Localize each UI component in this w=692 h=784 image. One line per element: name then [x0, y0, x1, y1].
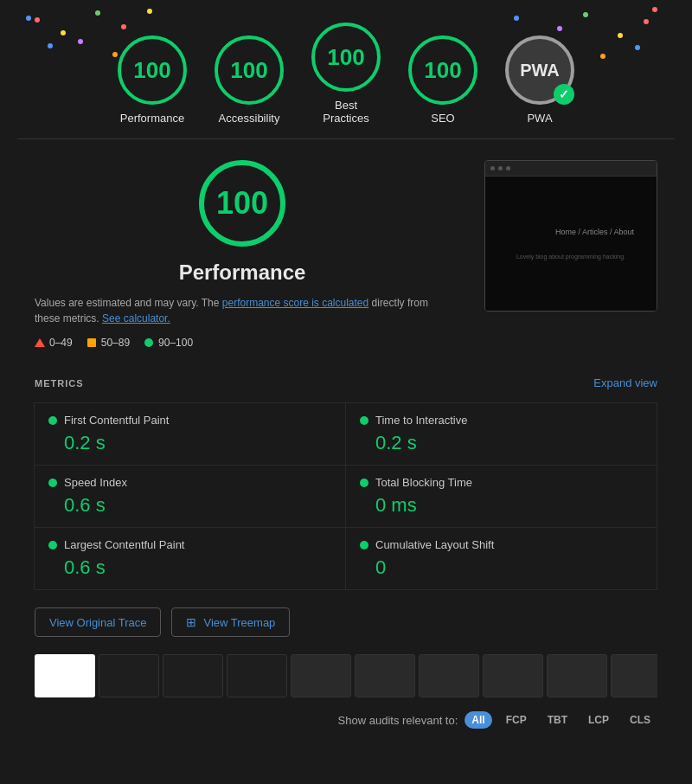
- filmstrip: [35, 654, 657, 697]
- pwa-text: PWA: [520, 61, 560, 79]
- metric-item-si: Speed Index 0.6 s: [34, 465, 346, 528]
- metric-value-cls: 0: [360, 556, 643, 579]
- audit-filter-row: Show audits relevant to: All FCP TBT LCP…: [35, 704, 657, 736]
- fail-icon: [35, 337, 45, 348]
- legend-pass-label: 90–100: [158, 337, 193, 349]
- filter-btn-tbt[interactable]: TBT: [541, 711, 574, 729]
- filmstrip-frame-0: [35, 654, 95, 697]
- metric-item-fcp: First Contentful Paint 0.2 s: [34, 402, 346, 466]
- score-circle-pwa: PWA ✓: [505, 35, 574, 105]
- metric-label-si: Speed Index: [64, 476, 127, 489]
- treemap-icon: ⊞: [186, 615, 196, 629]
- preview-browser-bar: [485, 161, 657, 177]
- score-item-pwa: PWA ✓ PWA: [505, 35, 574, 125]
- score-label-best-practices: BestPractices: [323, 99, 368, 125]
- score-value-seo: 100: [424, 57, 461, 84]
- site-preview-container: Home / Articles / About Lovely blog abou…: [484, 160, 657, 349]
- score-label-accessibility: Accessibility: [219, 112, 280, 125]
- browser-dot-3: [506, 166, 510, 170]
- average-square: [87, 338, 96, 347]
- site-preview: Home / Articles / About Lovely blog abou…: [484, 160, 657, 312]
- metrics-grid: First Contentful Paint 0.2 s Time to Int…: [35, 403, 657, 590]
- score-label-pwa: PWA: [527, 112, 552, 125]
- audit-filter-label: Show audits relevant to:: [338, 714, 458, 727]
- preview-content: Home / Articles / About Lovely blog abou…: [485, 177, 657, 311]
- metric-value-tbt: 0 ms: [360, 494, 643, 517]
- performance-section: 100 Performance Values are estimated and…: [35, 160, 657, 349]
- expand-view-button[interactable]: Expand view: [593, 376, 657, 389]
- metrics-section-label: METRICS: [35, 378, 84, 389]
- performance-description: Values are estimated and may vary. The p…: [35, 295, 450, 326]
- metric-label-cls: Cumulative Layout Shift: [375, 538, 494, 551]
- view-trace-button[interactable]: View Original Trace: [35, 607, 161, 637]
- metric-name-cls: Cumulative Layout Shift: [360, 538, 643, 551]
- browser-dot-1: [490, 166, 495, 170]
- score-legend: 0–49 50–89 90–100: [35, 337, 450, 349]
- metric-name-tti: Time to Interactive: [360, 414, 643, 427]
- view-trace-label: View Original Trace: [49, 616, 146, 629]
- score-label-performance: Performance: [120, 112, 184, 125]
- performance-title: Performance: [35, 260, 450, 285]
- filter-btn-all[interactable]: All: [465, 711, 491, 729]
- metric-item-tti: Time to Interactive 0.2 s: [345, 402, 657, 466]
- filter-btn-cls[interactable]: CLS: [623, 711, 657, 729]
- filmstrip-frame-9: [611, 654, 657, 697]
- metric-item-lcp: Largest Contentful Paint 0.6 s: [34, 527, 346, 590]
- view-treemap-label: View Treemap: [203, 616, 275, 629]
- score-value-performance: 100: [133, 57, 170, 84]
- filmstrip-frame-4: [291, 654, 351, 697]
- score-item-performance: 100 Performance: [118, 35, 187, 125]
- preview-site-text: Home / Articles / About Lovely blog abou…: [499, 228, 643, 260]
- metric-value-si: 0.6 s: [48, 494, 331, 517]
- main-content: 100 Performance Values are estimated and…: [0, 139, 692, 756]
- score-circle-best-practices: 100: [311, 22, 381, 92]
- filmstrip-frame-8: [547, 654, 607, 697]
- legend-average-label: 50–89: [101, 337, 130, 349]
- metric-item-cls: Cumulative Layout Shift 0: [345, 527, 657, 590]
- score-value-accessibility: 100: [230, 57, 267, 84]
- filter-btn-fcp[interactable]: FCP: [499, 711, 534, 729]
- view-treemap-button[interactable]: ⊞ View Treemap: [171, 607, 290, 637]
- action-buttons: View Original Trace ⊞ View Treemap: [35, 607, 657, 637]
- score-item-seo: 100 SEO: [408, 35, 477, 125]
- score-value-best-practices: 100: [327, 44, 364, 71]
- metric-dot-cls: [360, 541, 368, 549]
- metric-label-tti: Time to Interactive: [375, 414, 467, 427]
- metric-value-fcp: 0.2 s: [48, 432, 331, 454]
- pass-circle: [144, 338, 153, 347]
- filmstrip-frame-3: [227, 654, 287, 697]
- see-calculator-link[interactable]: See calculator.: [102, 312, 170, 325]
- legend-fail: 0–49: [35, 337, 73, 349]
- performance-score-large: 100: [199, 160, 285, 247]
- perf-score-link[interactable]: performance score is calculated: [222, 297, 368, 309]
- metric-name-tbt: Total Blocking Time: [360, 476, 643, 489]
- score-circle-seo: 100: [408, 35, 477, 105]
- score-label-seo: SEO: [431, 112, 454, 125]
- filmstrip-frame-7: [483, 654, 543, 697]
- metric-label-tbt: Total Blocking Time: [375, 476, 472, 489]
- legend-pass: 90–100: [144, 337, 193, 349]
- score-item-accessibility: 100 Accessibility: [215, 35, 284, 125]
- metric-value-tti: 0.2 s: [360, 432, 643, 454]
- pwa-badge: ✓: [554, 84, 574, 105]
- metric-name-si: Speed Index: [48, 476, 331, 489]
- performance-score-value: 100: [216, 185, 268, 222]
- filter-btn-lcp[interactable]: LCP: [581, 711, 616, 729]
- metric-dot-tti: [360, 416, 368, 425]
- metric-name-lcp: Largest Contentful Paint: [48, 538, 331, 551]
- metric-label-fcp: First Contentful Paint: [64, 414, 169, 427]
- average-icon: [86, 337, 97, 348]
- score-circle-accessibility: 100: [215, 35, 284, 105]
- metric-dot-fcp: [48, 416, 57, 425]
- performance-details: 100 Performance Values are estimated and…: [35, 160, 450, 349]
- score-item-best-practices: 100 BestPractices: [311, 22, 381, 125]
- header-confetti: 100 Performance 100 Accessibility 100 Be…: [0, 0, 692, 138]
- filmstrip-frame-6: [419, 654, 479, 697]
- metric-item-tbt: Total Blocking Time 0 ms: [345, 465, 657, 528]
- metric-name-fcp: First Contentful Paint: [48, 414, 331, 427]
- metric-dot-tbt: [360, 479, 368, 487]
- filmstrip-frame-2: [163, 654, 223, 697]
- browser-dot-2: [498, 166, 503, 170]
- filmstrip-frame-5: [355, 654, 415, 697]
- metrics-header: METRICS Expand view: [35, 376, 657, 389]
